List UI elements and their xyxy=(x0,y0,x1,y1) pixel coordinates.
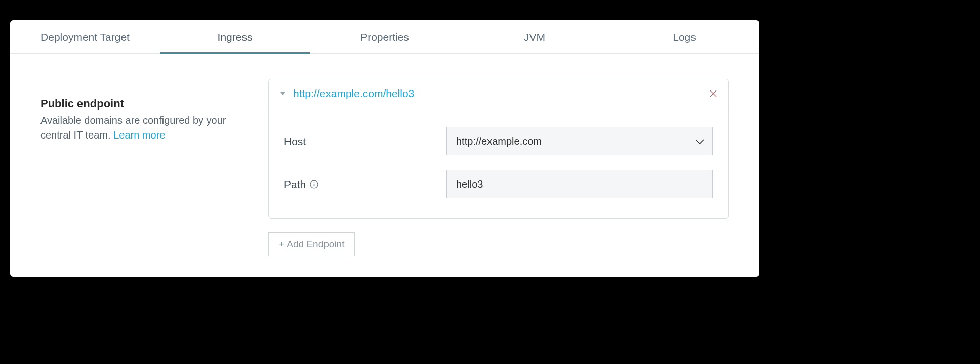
endpoint-column: http://example.com/hello3 Host http://ex… xyxy=(268,79,729,256)
info-icon[interactable] xyxy=(310,180,318,189)
tab-jvm[interactable]: JVM xyxy=(460,20,609,53)
tab-content: Public endpoint Available domains are co… xyxy=(10,54,759,277)
chevron-down-icon[interactable] xyxy=(280,91,286,96)
tab-ingress[interactable]: Ingress xyxy=(160,20,310,53)
path-row: Path xyxy=(284,170,713,198)
add-endpoint-button[interactable]: + Add Endpoint xyxy=(268,232,355,256)
host-control: http://example.com xyxy=(446,127,713,155)
tab-logs[interactable]: Logs xyxy=(609,20,759,53)
host-row: Host http://example.com xyxy=(284,127,713,155)
path-control xyxy=(446,170,713,198)
close-icon[interactable] xyxy=(709,89,717,98)
path-label-text: Path xyxy=(284,178,306,191)
section-title: Public endpoint xyxy=(40,97,258,110)
svg-rect-2 xyxy=(314,184,315,186)
host-select[interactable]: http://example.com xyxy=(446,127,713,155)
tab-properties[interactable]: Properties xyxy=(310,20,460,53)
endpoint-header: http://example.com/hello3 xyxy=(269,79,728,107)
learn-more-link[interactable]: Learn more xyxy=(113,129,165,141)
section-description: Available domains are configured by your… xyxy=(40,113,258,143)
svg-point-1 xyxy=(314,182,315,183)
path-label: Path xyxy=(284,178,446,191)
path-input[interactable] xyxy=(446,170,713,198)
tab-bar: Deployment Target Ingress Properties JVM… xyxy=(10,20,759,54)
host-label: Host xyxy=(284,135,446,148)
endpoint-body: Host http://example.com Pat xyxy=(269,107,728,218)
endpoint-card: http://example.com/hello3 Host http://ex… xyxy=(268,79,729,219)
tab-deployment-target[interactable]: Deployment Target xyxy=(10,20,160,53)
settings-panel: Deployment Target Ingress Properties JVM… xyxy=(10,20,759,277)
endpoint-url-link[interactable]: http://example.com/hello3 xyxy=(293,87,709,100)
section-info: Public endpoint Available domains are co… xyxy=(40,79,258,143)
